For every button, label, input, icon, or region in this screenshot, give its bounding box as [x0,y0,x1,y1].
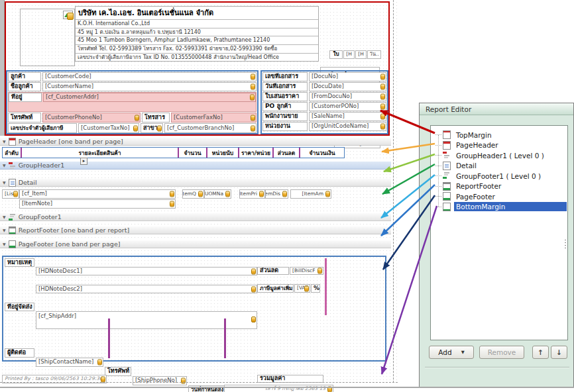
column-header-description[interactable]: รายละเอียดสินค้า [21,148,178,158]
doc-type-cell[interactable]: ใบ [329,50,343,59]
company-tax-id[interactable]: เลขประจำตัวผู้เสียภาษีอากร Tax ID No. 01… [76,54,318,62]
org-unit-label[interactable]: หน่วยงาน [262,122,308,131]
doc-no-field[interactable]: [DocuNo] [309,72,386,81]
add-button[interactable]: Add▼ [429,346,474,359]
band-list-item-groupheader1[interactable]: GroupHeader1 ( Level 0 ) [431,150,567,161]
band-groupheader1[interactable]: ▼ GroupHeader1 [0,161,391,170]
org-unit-field[interactable]: [OrgUnitCodeName] [309,122,386,131]
sale-name-label[interactable]: พนักงานขาย [262,112,308,121]
discount-rate-field[interactable]: [BillDiscF [290,267,323,275]
band-pagefooter[interactable]: ▼ PageFooter [one band per page] [0,240,391,248]
doc-type-cell[interactable]: [H [343,50,355,59]
remove-button[interactable]: Remove [479,346,524,359]
customer-fax-label[interactable]: โทรสาร [142,113,170,122]
customer-fax-field[interactable]: [CustomerFaxNo] [171,113,257,122]
company-phone[interactable]: โทรศัพท์ Tel. 02-5993389 โทรสาร Fax. 02-… [76,45,318,54]
company-addr-th[interactable]: 45 หมู่ 1 ต.บ่อเงิน อ.ลาดหลุมแก้ว จ.ปทุม… [76,28,318,37]
band-list-item-label: GroupHeader1 ( Level 0 ) [454,151,567,160]
customer-tax-field[interactable]: [CustomerTaxNo] [78,123,139,133]
doc-date-field[interactable]: [DocuDate] [309,82,386,91]
detail-price-field[interactable]: [ItemPri [239,189,265,199]
band-list-item-pageheader[interactable]: PageHeader [431,140,567,151]
list-resize-grip[interactable] [565,240,566,250]
company-info-box[interactable]: บริษัท เค.ไอ.เอช. อินเตอร์เนชั่นแนล จำกั… [75,6,319,62]
contact-label[interactable]: ผู้ติดต่อ [5,348,34,358]
ship-phone-field[interactable]: [ShipPhoneNo] [133,376,187,385]
band-list-item-pagefooter[interactable]: PageFooter [431,191,567,202]
doc-type-cell[interactable]: [H [355,50,367,59]
band-list-item-groupfooter1[interactable]: GroupFooter1 ( Level 0 ) [431,171,567,181]
column-header-qty[interactable]: จำนวน [178,148,206,158]
customer-name-label[interactable]: ชื่อลูกค้า [8,82,41,91]
customer-po-label[interactable]: PO ลูกค้า [262,102,308,111]
collapse-triangle-icon[interactable]: ▼ [3,228,6,232]
collapse-triangle-icon[interactable]: ▼ [3,215,6,219]
collapse-triangle-icon[interactable]: ▼ [3,163,6,168]
doc-no-label[interactable]: เลขที่เอกสาร [262,72,308,81]
customer-code-label[interactable]: ลูกค้า [8,72,41,81]
detail-uom-field[interactable]: [UOMNa [204,189,231,199]
band-list[interactable]: TopMargin PageHeader GroupHeader1 ( Leve… [430,125,568,340]
customer-branch-label[interactable]: สาขา [141,123,163,133]
column-header-amount[interactable]: จำนวนเงิน [299,148,344,158]
collapse-triangle-icon[interactable]: ▼ [3,180,6,185]
company-name-th[interactable]: บริษัท เค.ไอ.เอช. อินเตอร์เนชั่นแนล จำกั… [76,7,318,20]
detail-discount-field[interactable]: [ItemDis [265,189,288,199]
column-header-price[interactable]: ราคา/หน่วย [238,148,272,158]
discount-label[interactable]: ส่วนลด [257,267,289,275]
detail-item-field[interactable]: [cf_Item] [19,189,176,199]
band-detail[interactable]: ▼ Detail [0,178,391,187]
customer-po-field[interactable]: [CustomerPONo] [309,102,386,111]
band-list-item-detail[interactable]: Detail [431,161,567,172]
band-list-item-topmargin[interactable]: TopMargin [431,130,567,140]
detail-seq-field[interactable]: [Lis [2,189,19,199]
detail-qty-field[interactable]: [ItemQ [182,189,204,199]
ship-phone-label[interactable]: โทรศัพท์ [105,367,131,376]
reportfooter-band-icon [9,226,16,234]
column-header-discount[interactable]: ส่วนลด [272,148,299,158]
customer-phone-field[interactable]: [CustomerPhoneNo] [42,113,141,122]
column-header-uom[interactable]: หน่วยนับ [206,148,238,158]
collapse-triangle-icon[interactable]: ▼ [3,242,6,246]
move-up-button[interactable]: ↑ [532,346,549,359]
contact-field[interactable]: [ShipContactName] [36,358,103,367]
field-icon [380,104,385,110]
quotation-label[interactable]: ใบเสนอราคา [262,92,308,101]
customer-name-field[interactable]: [CustomerName] [42,82,257,91]
column-header-seq[interactable]: ลำดับ [3,148,21,158]
sale-name-field[interactable]: [SaleName] [309,112,386,121]
quotation-field[interactable]: [FromDocuNo] [309,92,386,101]
customer-addr-field[interactable]: [cf_CustomerAddr] [43,93,256,102]
note2-field[interactable]: [HDNoteDesc2] [36,285,257,293]
customer-tax-label[interactable]: เลขประจำตัวผู้เสียภาษี [8,123,77,133]
detail-note-field[interactable]: [ItemNote] [19,199,176,209]
note1-field[interactable]: [HDNoteDesc1] [36,267,257,275]
band-expand-button[interactable]: ▸ [80,158,87,165]
vat-label[interactable]: ภาษีมูลค่าเพิ่ม [257,284,294,293]
company-addr-en[interactable]: 45 Moo 1 Tumbon Borngern, Amphur Ladlumk… [76,36,318,45]
customer-branch-field[interactable]: [cf_CustomerBranchNo] [164,123,257,133]
vat-rate-field[interactable]: [VAT [294,284,310,293]
band-list-item-reportfooter[interactable]: ReportFooter [431,181,567,192]
page-boundary-horizontal [0,382,398,383]
customer-addr-label[interactable]: ที่อยู่ [9,93,42,102]
customer-code-field[interactable]: [CustomerCode] [42,72,257,81]
band-pageheader[interactable]: ▼ PageHeader [one band per page] [0,137,391,146]
note-label[interactable]: หมายเหตุ [5,258,34,267]
doc-type-cell[interactable]: วัน.. [367,50,381,59]
print-date-field[interactable]: เสาร์ 9 กรกฎาคม 2563 13 [224,385,333,392]
detail-amount-field[interactable]: [ItemAm [290,189,331,199]
move-down-button[interactable]: ↓ [551,346,567,359]
band-title: GroupHeader1 [19,162,65,169]
customer-phone-label[interactable]: โทรศัพท์ [8,113,41,122]
logo-image-placeholder[interactable] [20,9,75,66]
company-name-en[interactable]: K.O.H. International Co.,Ltd [76,20,318,28]
collapse-triangle-icon[interactable]: ▼ [3,139,6,144]
ship-addr-label[interactable]: ที่อยู่จัดส่ง [5,303,34,311]
doc-date-label[interactable]: วันที่เอกสาร [262,82,308,91]
band-list-item-bottommargin[interactable]: BottomMargin [431,202,567,213]
vat-percent-label[interactable]: % [311,284,320,293]
top-margin-section[interactable]: บริษัท เค.ไอ.เอช. อินเตอร์เนชั่นแนล จำกั… [5,1,390,136]
band-reportfooter[interactable]: ▼ ReportFooter [one band per report] [0,226,391,234]
band-groupfooter1[interactable]: ▼ GroupFooter1 [0,213,391,221]
